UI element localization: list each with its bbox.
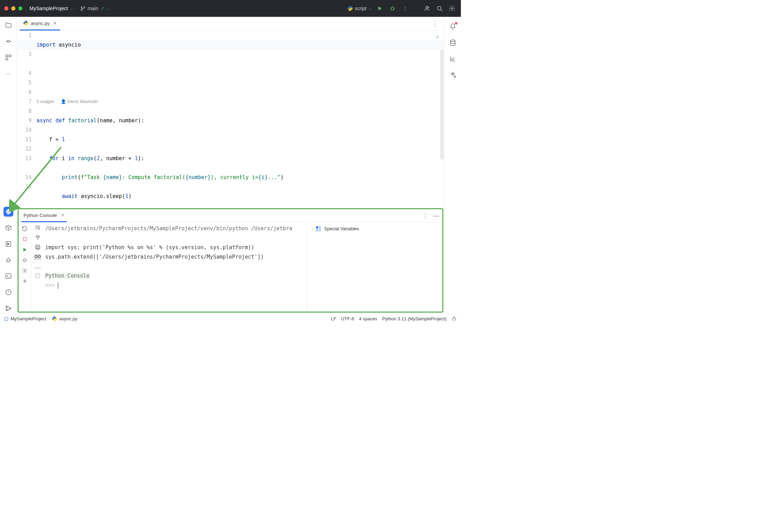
gutter: 1 2 3 4 5 6 7 8 9 10 11 12 13 14 15 (17, 31, 36, 208)
left-tool-rail: ⋯ (0, 17, 17, 313)
breadcrumbs[interactable]: MySampleProject › async.py (4, 316, 78, 321)
file-tab[interactable]: async.py × (20, 17, 60, 30)
special-variables-label: Special Variables (324, 226, 359, 231)
svg-point-4 (426, 6, 428, 8)
svg-rect-29 (319, 229, 321, 231)
commit-tool-button[interactable] (4, 36, 13, 46)
svg-point-14 (6, 306, 7, 307)
editor-tabs: async.py × ⋮ (17, 17, 444, 31)
python-icon (347, 6, 353, 11)
chevron-down-icon: ⌄ (369, 6, 372, 11)
console-output[interactable]: /Users/jetbrains/PycharmProjects/MySampl… (44, 223, 307, 312)
svg-rect-12 (6, 274, 11, 278)
branch-name: main (88, 6, 98, 11)
project-selector[interactable]: MySampleProject ⌄ (29, 6, 73, 11)
notification-dot-icon (455, 22, 457, 25)
code-text[interactable]: import asyncio 3 usages👤Denis Mashutin a… (36, 31, 444, 208)
svg-point-30 (450, 40, 455, 42)
svg-point-24 (38, 255, 40, 258)
variables-pane[interactable]: › Special Variables (307, 223, 442, 312)
services-tool-button[interactable] (4, 239, 13, 249)
structure-tool-button[interactable] (4, 53, 13, 62)
run-button[interactable] (375, 4, 384, 13)
svg-rect-10 (6, 58, 8, 60)
console-tab[interactable]: Python Console × (21, 209, 67, 222)
code-editor[interactable]: ✓ 1 2 3 4 5 6 7 8 9 10 11 12 13 14 15 (17, 31, 444, 208)
debug-console-button[interactable] (21, 256, 29, 264)
console-settings-button[interactable] (21, 267, 29, 274)
interpreter-widget[interactable]: Python 3.11 (MySampleProject) (382, 316, 446, 321)
hide-console-button[interactable]: — (433, 212, 439, 220)
project-tool-button[interactable] (4, 20, 13, 30)
rerun-button[interactable] (21, 225, 29, 232)
terminal-tool-button[interactable] (4, 271, 13, 281)
svg-rect-9 (9, 55, 11, 57)
encoding-widget[interactable]: UTF-8 (341, 316, 354, 321)
input-cursor (58, 282, 58, 289)
soft-wrap-button[interactable] (35, 225, 41, 232)
close-window-button[interactable] (4, 6, 8, 11)
new-console-button[interactable] (21, 277, 29, 285)
project-name: MySampleProject (29, 6, 68, 11)
svg-rect-28 (316, 229, 318, 231)
chevron-right-icon: › (48, 316, 50, 321)
svg-rect-8 (6, 55, 8, 57)
close-tab-button[interactable]: × (53, 20, 57, 27)
svg-point-7 (7, 40, 9, 42)
vcs-tool-button[interactable] (4, 303, 13, 313)
debug-tool-button[interactable] (4, 255, 13, 265)
execute-button[interactable] (21, 246, 29, 253)
svg-point-3 (391, 7, 394, 10)
console-menu-button[interactable]: ⋮ (422, 212, 428, 220)
debug-button[interactable] (388, 4, 397, 13)
usages-hint[interactable]: 3 usages (36, 99, 54, 104)
sciview-tool-button[interactable] (449, 55, 457, 63)
problems-tool-button[interactable] (4, 287, 13, 297)
indent-widget[interactable]: 4 spaces (359, 316, 377, 321)
console-toolbar-2: >>> (31, 223, 44, 312)
module-icon (4, 317, 8, 321)
svg-point-16 (9, 308, 11, 309)
expand-icon[interactable]: › (311, 226, 313, 231)
tab-menu-button[interactable]: ⋮ (429, 20, 441, 28)
svg-point-19 (24, 270, 25, 271)
run-configuration-selector[interactable]: script ⌄ (347, 6, 372, 11)
svg-point-15 (6, 309, 7, 311)
line-separator-widget[interactable]: LF (331, 316, 336, 321)
chevron-down-icon: ⌄ (107, 6, 110, 11)
notifications-button[interactable] (449, 22, 457, 31)
attach-debugger-button[interactable] (34, 254, 41, 260)
settings-button[interactable] (448, 4, 457, 13)
more-tool-button[interactable]: ⋯ (4, 69, 13, 79)
author-hint[interactable]: Denis Mashutin (68, 99, 98, 104)
svg-rect-17 (23, 237, 26, 240)
ai-assistant-button[interactable] (449, 71, 457, 79)
run-config-name: script (355, 6, 367, 11)
scroll-to-end-button[interactable] (35, 234, 41, 241)
svg-point-6 (451, 8, 453, 9)
python-console-tool-button[interactable] (4, 207, 13, 217)
titlebar: MySampleProject ⌄ main ↗ ⌄ script ⌄ ⋮ (0, 0, 461, 17)
print-button[interactable] (35, 244, 41, 251)
svg-point-2 (83, 7, 85, 8)
history-button[interactable] (35, 273, 41, 280)
python-packages-tool-button[interactable] (4, 223, 13, 233)
maximize-window-button[interactable] (18, 6, 22, 11)
console-tabs: Python Console × ⋮ — (19, 209, 442, 223)
right-tool-rail (444, 17, 461, 313)
database-tool-button[interactable] (449, 39, 457, 47)
svg-point-5 (437, 6, 441, 10)
svg-point-1 (81, 9, 82, 10)
search-everywhere-button[interactable] (435, 4, 444, 13)
close-console-tab-button[interactable]: × (61, 212, 65, 219)
vcs-branch-widget[interactable]: main ↗ ⌄ (80, 6, 110, 11)
svg-rect-27 (319, 226, 321, 229)
readonly-toggle[interactable] (451, 316, 457, 322)
window-controls (4, 6, 22, 11)
more-actions-button[interactable]: ⋮ (401, 4, 410, 13)
stop-button[interactable] (21, 235, 29, 243)
svg-point-23 (35, 255, 37, 258)
minimize-window-button[interactable] (11, 6, 15, 11)
code-with-me-button[interactable] (422, 4, 431, 13)
console-toolbar-1 (19, 223, 31, 312)
